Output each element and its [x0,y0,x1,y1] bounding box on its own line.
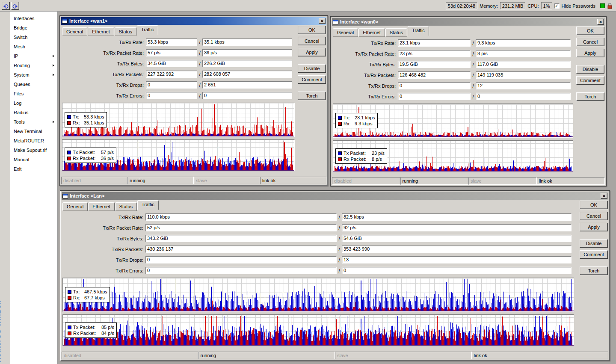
sidebar-item-interfaces[interactable]: Interfaces [10,14,57,23]
rx-packets-field[interactable]: 282 608 057 [202,71,292,78]
comment-button[interactable]: Comment [576,76,604,85]
sidebar-item-log[interactable]: Log [10,98,57,108]
rx-drops-field[interactable]: 12 [476,82,571,89]
disable-button[interactable]: Disable [580,239,608,248]
legend-tx-label: Tx: [73,114,82,119]
tx-rate-field[interactable]: 53.3 kbps [146,38,197,46]
comment-button[interactable]: Comment [298,75,326,84]
tx-drops-field[interactable]: 0 [398,82,471,89]
tab-general[interactable]: General [333,28,358,37]
lock-icon [607,3,613,9]
ok-button[interactable]: OK [580,201,608,209]
tab-general[interactable]: General [62,27,87,36]
packet-chart-canvas [63,315,574,346]
tab-status[interactable]: Status [115,202,137,211]
rx-errors-field[interactable]: 0 [342,267,572,274]
tx-packets-field[interactable]: 430 236 137 [145,246,337,253]
rx-bytes-field[interactable]: 54.6 GiB [342,235,572,242]
legend-rx-value: 67.7 kbps [84,295,105,300]
rx-rate-field[interactable]: 82.5 kbps [342,213,572,221]
rx-packet-rate-field[interactable]: 8 p/s [476,50,571,57]
tab-status[interactable]: Status [385,28,407,37]
rx-errors-field[interactable]: 0 [476,93,571,100]
window-title: Interface <wan1> [69,18,317,24]
tab-general[interactable]: General [62,202,88,211]
rx-packets-field[interactable]: 353 423 990 [342,246,572,253]
rx-errors-field[interactable]: 0 [202,92,292,99]
apply-button[interactable]: Apply [576,49,604,57]
torch-button[interactable]: Torch [576,92,604,101]
ok-button[interactable]: OK [298,26,326,34]
rx-bytes-field[interactable]: 226.2 GiB [202,60,292,67]
sidebar-item-new-terminal[interactable]: New Terminal [10,127,57,136]
tx-packets-field[interactable]: 126 468 482 [398,71,471,79]
tx-bytes-field[interactable]: 19.5 GiB [398,61,471,68]
tab-traffic[interactable]: Traffic [137,200,159,210]
sidebar-item-exit[interactable]: Exit [10,164,57,174]
tab-status[interactable]: Status [115,27,136,36]
hide-passwords-checkbox[interactable]: ✓ [554,3,560,9]
rx-packet-rate-field[interactable]: 92 p/s [342,224,572,231]
redo-button[interactable] [11,2,19,10]
apply-button[interactable]: Apply [580,223,608,231]
rx-bytes-field[interactable]: 117.0 GiB [476,61,571,68]
titlebar-lan[interactable]: Interface <Lan> × [62,192,608,200]
tx-packets-field[interactable]: 227 322 992 [146,71,197,78]
titlebar-wan0[interactable]: Interface <wan0> × [332,18,605,26]
close-icon[interactable]: × [319,18,326,24]
sidebar-item-tools[interactable]: Tools [10,117,57,127]
tx-rate-field[interactable]: 110.0 kbps [145,213,337,221]
tx-packet-rate-field[interactable]: 57 p/s [146,49,197,56]
sidebar-item-manual[interactable]: Manual [10,155,57,164]
sidebar-item-make-supout[interactable]: Make Supout.rif [10,145,57,155]
rx-packets-field[interactable]: 149 119 035 [476,71,571,79]
rx-drops-field[interactable]: 13 [342,256,572,263]
sidebar-item-radius[interactable]: Radius [10,108,57,117]
tx-drops-field[interactable]: 0 [146,81,197,89]
rx-rate-field[interactable]: 9.3 kbps [476,39,571,47]
undo-button[interactable] [2,2,10,10]
tab-ethernet[interactable]: Ethernet [358,28,385,37]
disable-button[interactable]: Disable [576,65,604,74]
cancel-button[interactable]: Cancel [580,212,608,220]
sidebar-item-bridge[interactable]: Bridge [10,23,57,33]
tx-errors-field[interactable]: 0 [146,92,197,99]
tx-rate-field[interactable]: 23.1 kbps [398,39,471,47]
close-icon[interactable]: × [597,19,604,25]
cancel-button[interactable]: Cancel [298,37,326,45]
sidebar-item-system[interactable]: System [10,70,57,80]
tx-errors-field[interactable]: 0 [398,93,471,100]
tx-packet-rate-field[interactable]: 23 p/s [398,50,471,57]
rx-packet-rate-field[interactable]: 36 p/s [202,49,292,56]
tx-packet-rate-field[interactable]: 52 p/s [145,224,337,231]
disable-button[interactable]: Disable [298,64,326,73]
tx-bytes-field[interactable]: 343.2 GiB [145,235,337,242]
field-label-packets: Tx/Rx Packets: [333,73,398,78]
close-icon[interactable]: × [601,193,607,199]
torch-button[interactable]: Torch [298,92,326,100]
sidebar-item-mesh[interactable]: Mesh [10,42,57,51]
sidebar-item-routing[interactable]: Routing [10,61,57,70]
tx-bytes-field[interactable]: 34.5 GiB [146,60,197,67]
ok-button[interactable]: OK [576,27,604,35]
sidebar-item-queues[interactable]: Queues [10,80,57,89]
tab-traffic[interactable]: Traffic [408,26,429,36]
submenu-arrow-icon [53,121,54,123]
torch-button[interactable]: Torch [580,266,608,275]
tab-traffic[interactable]: Traffic [137,25,158,35]
rx-rate-field[interactable]: 35.1 kbps [202,38,292,46]
tx-errors-field[interactable]: 0 [145,267,337,274]
sidebar-item-ip[interactable]: IP [10,51,57,61]
titlebar-wan1[interactable]: Interface <wan1> × [61,17,326,25]
sidebar-item-label: Mesh [14,44,25,49]
sidebar-item-switch[interactable]: Switch [10,33,57,42]
rx-drops-field[interactable]: 2 651 [202,81,292,89]
tx-drops-field[interactable]: 0 [145,256,337,263]
tab-ethernet[interactable]: Ethernet [88,27,114,36]
sidebar-item-files[interactable]: Files [10,89,57,98]
tab-ethernet[interactable]: Ethernet [88,202,115,211]
apply-button[interactable]: Apply [298,48,326,56]
comment-button[interactable]: Comment [580,250,608,259]
cancel-button[interactable]: Cancel [576,38,604,46]
sidebar-item-metarouter[interactable]: MetaROUTER [10,136,57,145]
